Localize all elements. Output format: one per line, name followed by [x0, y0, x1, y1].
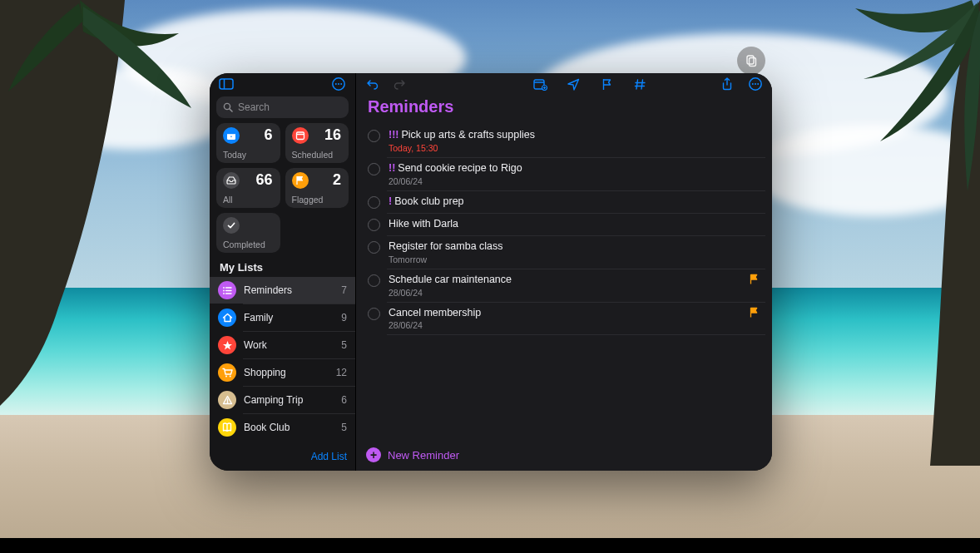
list-item[interactable]: Work5	[210, 332, 355, 358]
reminder-title: Cancel membership	[389, 307, 481, 318]
add-list-button[interactable]: Add List	[311, 451, 347, 462]
smart-all-count: 66	[255, 171, 272, 189]
ellipsis-circle-icon	[748, 77, 763, 91]
sidebar-icon	[219, 78, 234, 90]
plus-circle-icon: +	[366, 447, 381, 462]
flag-icon	[295, 175, 304, 185]
complete-checkbox[interactable]	[368, 219, 380, 231]
flag-icon	[749, 274, 759, 284]
list-name: Book Club	[244, 422, 334, 433]
mylists-container: Reminders7Family9Work5Shopping12Camping …	[210, 277, 355, 446]
reminder-item[interactable]: Register for samba classTomorrow	[359, 236, 765, 269]
undo-icon	[366, 77, 379, 91]
sidebar-more-button[interactable]	[330, 76, 347, 92]
main-toolbar	[356, 73, 772, 95]
smart-scheduled[interactable]: 16 Scheduled	[285, 123, 349, 163]
smart-today-label: Today	[223, 150, 246, 160]
smart-completed-label: Completed	[223, 239, 265, 249]
svg-point-30	[757, 83, 759, 85]
add-location-button[interactable]	[565, 76, 582, 92]
list-name: Work	[244, 339, 334, 351]
sidebar: Search • 6 Today 16 Scheduled 66 All 2 F…	[210, 73, 356, 471]
svg-rect-0	[747, 56, 754, 64]
add-tag-button[interactable]	[631, 76, 648, 92]
svg-rect-1	[750, 58, 756, 67]
add-date-button[interactable]	[532, 76, 548, 92]
hash-icon	[634, 78, 646, 91]
svg-point-20	[223, 293, 225, 294]
list-count: 9	[341, 312, 347, 323]
list-icon	[218, 336, 236, 354]
complete-checkbox[interactable]	[368, 163, 380, 175]
new-reminder-button[interactable]: + New Reminder	[356, 441, 772, 471]
reminder-item[interactable]: !!!Pick up arts & crafts suppliesToday, …	[359, 125, 765, 157]
svg-point-5	[335, 83, 337, 85]
complete-checkbox[interactable]	[368, 130, 380, 142]
smart-completed[interactable]: Completed	[216, 213, 280, 253]
search-input[interactable]: Search	[216, 96, 349, 118]
calendar-plus-icon	[533, 78, 547, 91]
smart-all[interactable]: 66 All	[216, 168, 280, 208]
svg-point-29	[755, 83, 756, 85]
reminder-item[interactable]: !!Send cookie recipe to Rigo20/06/24	[359, 158, 765, 190]
list-name: Reminders	[244, 284, 334, 296]
reminder-subtitle: Tomorrow	[389, 254, 760, 264]
reminder-subtitle: 28/06/24	[389, 288, 760, 298]
back-button[interactable]	[364, 76, 381, 92]
new-reminder-label: New Reminder	[388, 449, 459, 462]
reminder-subtitle: 20/06/24	[389, 176, 760, 186]
reminder-title: Schedule car maintenance	[389, 274, 512, 285]
list-count: 12	[336, 367, 347, 378]
smart-scheduled-label: Scheduled	[292, 150, 334, 160]
add-flag-button[interactable]	[598, 76, 615, 92]
smart-all-label: All	[223, 195, 233, 205]
list-icon	[218, 391, 236, 409]
complete-checkbox[interactable]	[368, 196, 380, 209]
svg-point-6	[338, 83, 339, 85]
check-icon	[226, 220, 236, 230]
system-control-pill[interactable]	[737, 47, 765, 75]
tray-icon	[226, 176, 236, 185]
share-button[interactable]	[719, 76, 735, 92]
redo-icon	[393, 77, 406, 91]
reminders-window: Search • 6 Today 16 Scheduled 66 All 2 F…	[210, 73, 772, 471]
reminder-item[interactable]: Hike with Darla	[359, 214, 765, 235]
complete-checkbox[interactable]	[368, 308, 380, 320]
svg-point-7	[340, 83, 342, 85]
list-icon	[218, 309, 236, 327]
location-icon	[567, 78, 580, 91]
main-more-button[interactable]	[747, 76, 764, 92]
svg-point-22	[225, 376, 227, 378]
reminder-title: Pick up arts & crafts supplies	[402, 129, 535, 141]
list-name: Camping Trip	[244, 394, 334, 406]
list-item[interactable]: Camping Trip6	[210, 387, 355, 413]
flag-outline-icon	[601, 78, 612, 91]
list-item[interactable]: Shopping12	[210, 359, 355, 386]
reminder-title: Register for samba class	[389, 240, 503, 252]
smart-scheduled-count: 16	[324, 126, 341, 144]
svg-text:•: •	[230, 134, 232, 139]
svg-point-23	[229, 376, 230, 378]
svg-line-9	[230, 109, 232, 111]
reminders-list: !!!Pick up arts & crafts suppliesToday, …	[356, 125, 772, 441]
reminder-title: Send cookie recipe to Rigo	[398, 162, 522, 174]
list-icon	[218, 363, 236, 382]
complete-checkbox[interactable]	[368, 274, 380, 287]
smart-today[interactable]: • 6 Today	[216, 123, 280, 163]
reminder-item[interactable]: Schedule car maintenance28/06/24	[359, 269, 765, 302]
reminder-item[interactable]: Cancel membership28/06/24	[359, 303, 765, 335]
list-item[interactable]: Reminders7	[210, 277, 355, 304]
toggle-sidebar-button[interactable]	[218, 76, 235, 92]
reminder-item[interactable]: !Book club prep	[359, 191, 765, 213]
list-item[interactable]: Book Club5	[210, 414, 355, 441]
list-name: Family	[244, 312, 334, 323]
priority-indicator: !	[389, 195, 392, 207]
ellipsis-circle-icon	[331, 77, 346, 91]
list-item[interactable]: Family9	[210, 304, 355, 331]
search-placeholder: Search	[238, 101, 270, 113]
complete-checkbox[interactable]	[368, 241, 380, 254]
flag-icon	[749, 307, 759, 318]
main-pane: Reminders !!!Pick up arts & crafts suppl…	[356, 73, 772, 471]
smart-flagged[interactable]: 2 Flagged	[285, 168, 349, 208]
forward-button	[391, 76, 408, 92]
